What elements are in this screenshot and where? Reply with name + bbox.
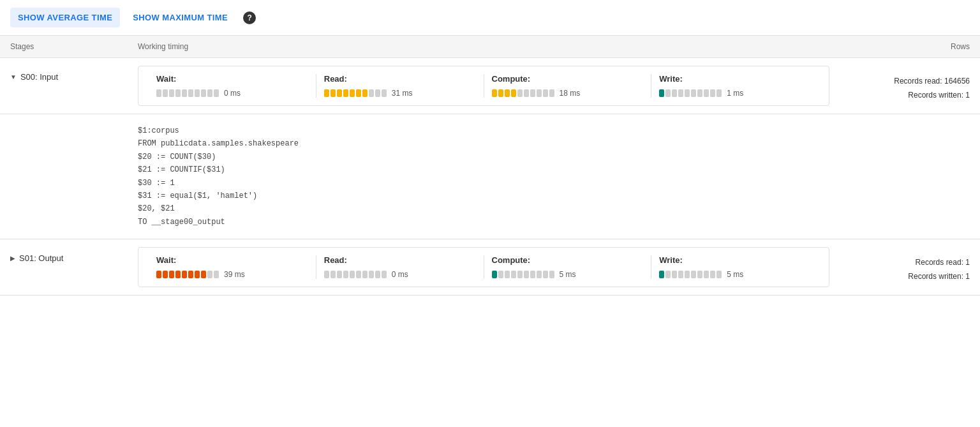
bar-seg: [498, 89, 503, 97]
table-header: Stages Working timing Rows: [0, 36, 980, 58]
bar-seg: [163, 271, 168, 278]
bar-seg: [324, 271, 329, 278]
bar-seg: [169, 271, 174, 278]
s01-write-bar: [659, 271, 722, 278]
bar-seg: [697, 271, 702, 278]
bar-seg: [685, 271, 690, 278]
bar-seg: [188, 271, 193, 278]
bar-seg: [697, 89, 702, 97]
stage-s00-label[interactable]: ▼ S00: Input: [10, 66, 138, 82]
bar-seg: [188, 89, 193, 97]
s00-compute: Compute: 18 ms: [484, 74, 652, 98]
bar-seg: [704, 271, 709, 278]
bar-seg: [163, 89, 168, 97]
stage-s01-header: ▶ S01: Output Wait:: [0, 239, 980, 295]
bar-seg: [530, 89, 535, 97]
bar-seg: [375, 271, 380, 278]
s00-compute-bar-row: 18 ms: [492, 89, 644, 98]
s01-read-bar: [324, 271, 387, 278]
s00-compute-label: Compute:: [492, 74, 644, 84]
s01-read: Read: 0 ms: [316, 255, 484, 279]
s00-compute-bar: [492, 89, 554, 97]
bar-seg: [537, 271, 542, 278]
col-rows-header: Rows: [829, 42, 970, 51]
bar-seg: [343, 89, 348, 97]
code-line-6: $31 := equal($1, 'hamlet'): [138, 190, 970, 202]
bar-seg: [716, 271, 722, 278]
bar-seg: [350, 89, 355, 97]
bar-seg: [517, 271, 523, 278]
s00-expand-arrow[interactable]: ▼: [10, 73, 17, 80]
bar-seg: [543, 89, 548, 97]
s00-read-bar-row: 31 ms: [324, 89, 476, 98]
s01-compute-bar: [492, 271, 554, 278]
s00-label-text: S00: Input: [20, 72, 58, 82]
s01-compute-label: Compute:: [492, 255, 644, 265]
s01-wait-bar-row: 39 ms: [156, 270, 308, 279]
bar-seg: [505, 271, 510, 278]
header-tabs: SHOW AVERAGE TIME SHOW MAXIMUM TIME ?: [0, 0, 980, 36]
help-icon[interactable]: ?: [243, 11, 256, 24]
stage-s01-label[interactable]: ▶ S01: Output: [10, 247, 138, 263]
bar-seg: [511, 271, 516, 278]
bar-seg: [530, 271, 535, 278]
s00-wait-label: Wait:: [156, 74, 308, 84]
bar-seg: [537, 89, 542, 97]
s01-write-bar-row: 5 ms: [659, 270, 811, 279]
bar-seg: [337, 271, 342, 278]
s01-records-written: Records written: 1: [829, 270, 970, 284]
code-line-7: $20, $21: [138, 202, 970, 215]
s00-write-value: 1 ms: [727, 89, 743, 98]
bar-seg: [214, 271, 219, 278]
col-timing-header: Working timing: [138, 42, 829, 51]
bar-seg: [665, 89, 671, 97]
bar-seg: [685, 89, 690, 97]
s01-read-label: Read:: [324, 255, 476, 265]
bar-seg: [659, 271, 664, 278]
code-line-8: TO __stage00_output: [138, 216, 970, 228]
bar-seg: [369, 89, 374, 97]
show-maximum-time-tab[interactable]: SHOW MAXIMUM TIME: [125, 8, 235, 27]
bar-seg: [356, 271, 361, 278]
bar-seg: [169, 89, 174, 97]
s00-records-written: Records written: 1: [829, 89, 970, 103]
bar-seg: [524, 271, 529, 278]
s01-timing-block: Wait: 39 ms: [138, 247, 829, 287]
code-line-5: $30 := 1: [138, 177, 970, 190]
bar-seg: [156, 89, 161, 97]
bar-seg: [549, 89, 554, 97]
bar-seg: [201, 271, 206, 278]
bar-seg: [710, 271, 715, 278]
bar-seg: [182, 271, 187, 278]
bar-seg: [665, 271, 671, 278]
bar-seg: [517, 89, 523, 97]
bar-seg: [511, 89, 516, 97]
s00-compute-value: 18 ms: [560, 89, 581, 98]
code-line-2: FROM publicdata.samples.shakespeare: [138, 137, 970, 150]
show-average-time-tab[interactable]: SHOW AVERAGE TIME: [10, 8, 120, 27]
stage-s00-header: ▼ S00: Input Wait:: [0, 58, 980, 114]
code-line-4: $21 := COUNTIF($31): [138, 163, 970, 176]
bar-seg: [369, 271, 374, 278]
bar-seg: [156, 271, 161, 278]
bar-seg: [201, 89, 206, 97]
bar-seg: [498, 271, 503, 278]
col-stages-header: Stages: [10, 42, 138, 51]
bar-seg: [672, 271, 677, 278]
bar-seg: [337, 89, 342, 97]
s01-compute: Compute: 5 ms: [484, 255, 652, 279]
s00-write-label: Write:: [659, 74, 811, 84]
s01-write-label: Write:: [659, 255, 811, 265]
bar-seg: [324, 89, 329, 97]
bar-seg: [691, 271, 696, 278]
bar-seg: [330, 89, 336, 97]
bar-seg: [672, 89, 677, 97]
bar-seg: [659, 89, 664, 97]
code-line-1: $1:corpus: [138, 124, 970, 137]
bar-seg: [710, 89, 715, 97]
s01-expand-arrow[interactable]: ▶: [10, 255, 15, 262]
s00-records-read: Records read: 164656: [829, 75, 970, 89]
s01-wait-label: Wait:: [156, 255, 308, 265]
s00-write: Write: 1 ms: [651, 74, 819, 98]
bar-seg: [549, 271, 554, 278]
